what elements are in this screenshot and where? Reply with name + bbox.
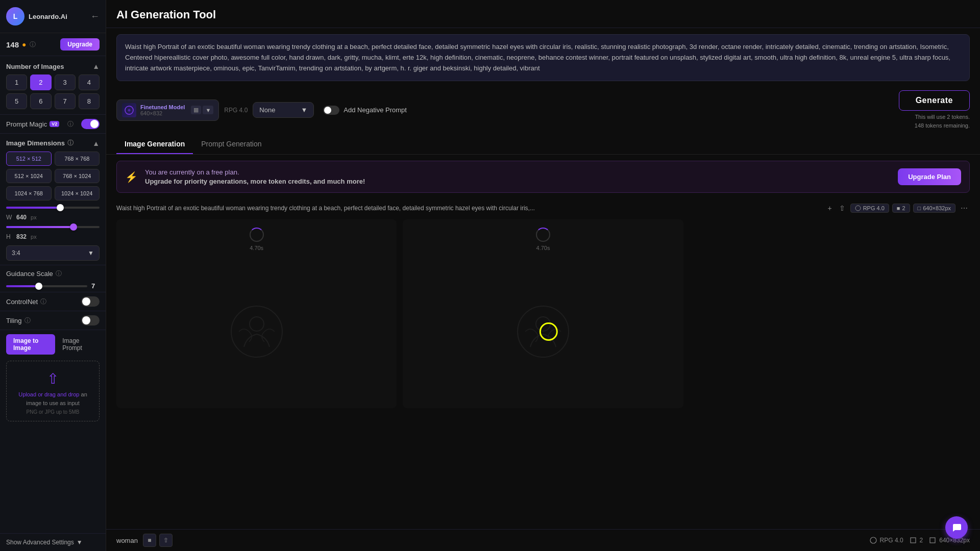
loading-spinner-1 bbox=[250, 228, 264, 242]
banner-title: You are currently on a free plan. bbox=[145, 168, 891, 176]
gen-add-button[interactable]: + bbox=[825, 203, 834, 213]
dimensions-collapse-icon[interactable]: ▲ bbox=[92, 139, 100, 147]
height-value: 832 bbox=[16, 233, 27, 240]
ratio-select[interactable]: 3:4 ▼ bbox=[6, 245, 100, 261]
gen-model-badge-text: RPG 4.0 bbox=[863, 205, 885, 211]
tab-image-generation[interactable]: Image Generation bbox=[116, 135, 193, 154]
neg-prompt-switch[interactable] bbox=[323, 106, 339, 115]
number-of-images-section: Number of Images ▲ bbox=[0, 56, 106, 74]
bottom-bar: woman ■ ⇧ RPG 4.0 2 640×832px bbox=[106, 529, 980, 551]
dim-btn-1024x768[interactable]: 1024 × 768 bbox=[6, 186, 52, 201]
main-content: AI Generation Tool Waist high Portrait o… bbox=[106, 0, 980, 551]
prompt-magic-badge: V2 bbox=[50, 121, 59, 127]
model-icon-chevron[interactable]: ▼ bbox=[203, 106, 213, 114]
back-icon[interactable]: ← bbox=[90, 11, 100, 22]
gen-upload-button[interactable]: ⇧ bbox=[837, 203, 847, 213]
dim-btn-512x1024[interactable]: 512 × 1024 bbox=[6, 169, 52, 183]
width-slider[interactable] bbox=[6, 207, 100, 209]
tiling-info-icon[interactable]: ⓘ bbox=[24, 316, 31, 325]
width-slider-row bbox=[0, 205, 106, 213]
svg-rect-7 bbox=[911, 538, 916, 543]
num-btn-4[interactable]: 4 bbox=[79, 74, 100, 90]
img2img-tab[interactable]: Image to Image bbox=[6, 334, 55, 355]
img-prompt-tab[interactable]: Image Prompt bbox=[55, 334, 100, 355]
upgrade-button[interactable]: Upgrade bbox=[60, 38, 100, 51]
guidance-label: Guidance Scale ⓘ bbox=[6, 269, 100, 278]
model-card[interactable]: Finetuned Model 640×832 ▦ ▼ bbox=[116, 99, 219, 121]
upgrade-plan-button[interactable]: Upgrade Plan bbox=[898, 168, 961, 185]
dimensions-info-icon[interactable]: ⓘ bbox=[67, 139, 74, 147]
image-timer-2: 4.70s bbox=[536, 245, 550, 251]
num-btn-2[interactable]: 2 bbox=[30, 74, 51, 90]
height-unit: px bbox=[31, 234, 37, 240]
num-btn-3[interactable]: 3 bbox=[55, 74, 76, 90]
show-advanced-settings[interactable]: Show Advanced Settings ▼ bbox=[0, 533, 106, 551]
bottom-copy-btn[interactable]: ■ bbox=[143, 534, 156, 547]
gen-count-badge: ■ 2 bbox=[892, 204, 910, 213]
none-select[interactable]: None ▼ bbox=[253, 102, 314, 118]
neg-prompt-label: Add Negative Prompt bbox=[344, 106, 407, 114]
gen-cost: This will use 2 tokens. bbox=[899, 113, 970, 121]
image-card-1[interactable]: 4.70s bbox=[116, 219, 397, 408]
image-card-2[interactable]: 4.70s bbox=[403, 219, 683, 408]
num-btn-5[interactable]: 5 bbox=[6, 93, 27, 109]
tab-prompt-generation[interactable]: Prompt Generation bbox=[193, 135, 270, 154]
upload-link[interactable]: Upload or drag and drop bbox=[18, 391, 79, 397]
dim-btn-768x768[interactable]: 768 × 768 bbox=[55, 152, 100, 166]
num-btn-8[interactable]: 8 bbox=[79, 93, 100, 109]
collapse-icon[interactable]: ▲ bbox=[92, 62, 100, 70]
generation-row: Waist high Portrait of an exotic beautif… bbox=[106, 199, 980, 217]
dim-btn-768x1024[interactable]: 768 × 1024 bbox=[55, 169, 100, 183]
controlnet-toggle[interactable] bbox=[81, 296, 100, 307]
tiling-label: Tiling ⓘ bbox=[6, 316, 31, 325]
tiling-toggle[interactable] bbox=[81, 315, 100, 325]
negative-prompt-toggle[interactable]: Add Negative Prompt bbox=[323, 106, 407, 115]
bottom-res-meta: 640×832px bbox=[929, 537, 970, 544]
width-value-row: W 640 px bbox=[0, 213, 106, 224]
num-btn-6[interactable]: 6 bbox=[30, 93, 51, 109]
chat-button[interactable] bbox=[945, 516, 968, 539]
bottom-count: 2 bbox=[920, 537, 923, 544]
prompt-magic-toggle[interactable] bbox=[81, 119, 100, 129]
gen-remaining: 148 tokens remaining. bbox=[899, 121, 970, 130]
upgrade-banner: ⚡ You are currently on a free plan. Upgr… bbox=[116, 161, 970, 193]
prompt-magic-label: Prompt Magic V2 bbox=[6, 120, 59, 128]
username-label: Leonardo.Ai bbox=[29, 13, 67, 20]
height-slider[interactable] bbox=[6, 226, 100, 228]
num-btn-7[interactable]: 7 bbox=[55, 93, 76, 109]
sidebar-header: L Leonardo.Ai ← bbox=[0, 0, 106, 33]
upload-area[interactable]: ⇧ Upload or drag and drop an image to us… bbox=[6, 361, 100, 421]
prompt-box[interactable]: Waist high Portrait of an exotic beautif… bbox=[116, 34, 970, 81]
dim-btn-512x512[interactable]: 512 × 512 bbox=[6, 152, 52, 166]
num-btn-1[interactable]: 1 bbox=[6, 74, 27, 90]
image-area-3 bbox=[690, 219, 970, 527]
model-thumbnail bbox=[122, 103, 136, 117]
bottom-model-meta: RPG 4.0 bbox=[870, 537, 903, 544]
image-dimensions-title: Image Dimensions ⓘ bbox=[6, 139, 74, 147]
guidance-info-icon[interactable]: ⓘ bbox=[56, 269, 62, 278]
user-info: L Leonardo.Ai bbox=[6, 7, 67, 26]
bottom-count-meta: 2 bbox=[910, 537, 923, 544]
model-info: Finetuned Model 640×832 bbox=[140, 104, 185, 116]
dim-btn-1024x1024[interactable]: 1024 × 1024 bbox=[55, 186, 100, 201]
page-title: AI Generation Tool bbox=[116, 8, 216, 21]
token-icon: ● bbox=[22, 40, 26, 48]
model-name: Finetuned Model bbox=[140, 104, 185, 110]
controlnet-info-icon[interactable]: ⓘ bbox=[40, 297, 46, 306]
gen-more-button[interactable]: ⋯ bbox=[959, 203, 970, 213]
token-info-icon[interactable]: ⓘ bbox=[30, 40, 36, 49]
generate-button[interactable]: Generate bbox=[899, 90, 970, 111]
prompt-magic-row: Prompt Magic V2 ⓘ bbox=[0, 114, 106, 133]
upload-icon: ⇧ bbox=[12, 370, 94, 387]
guidance-slider[interactable] bbox=[6, 285, 87, 287]
sidebar: L Leonardo.Ai ← 148 ● ⓘ Upgrade Number o… bbox=[0, 0, 106, 551]
bottom-share-btn[interactable]: ⇧ bbox=[159, 534, 173, 547]
ratio-value: 3:4 bbox=[12, 249, 20, 257]
gen-count-icon: ■ bbox=[897, 205, 900, 211]
banner-lightning-icon: ⚡ bbox=[125, 171, 138, 183]
prompt-magic-info-icon[interactable]: ⓘ bbox=[67, 120, 74, 129]
dim-grid: 512 × 512 768 × 768 512 × 1024 768 × 102… bbox=[0, 152, 106, 205]
height-slider-row bbox=[0, 224, 106, 232]
none-chevron: ▼ bbox=[301, 106, 307, 114]
image-placeholder-1 bbox=[226, 301, 287, 362]
